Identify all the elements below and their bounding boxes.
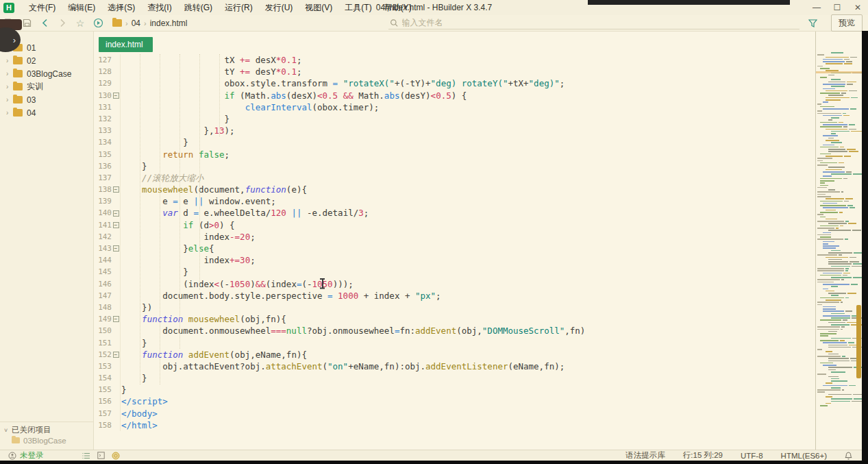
code-line-134[interactable]: 134 } xyxy=(94,136,815,148)
code-line-154[interactable]: 154 } xyxy=(94,372,815,384)
bookmark-star-icon[interactable]: ☆ xyxy=(71,16,89,31)
menu-item-7[interactable]: 视图(V) xyxy=(299,0,338,16)
fold-marker[interactable]: − xyxy=(112,243,121,254)
closed-projects-header[interactable]: ˅ 已关闭项目 xyxy=(4,425,93,435)
code-text: index-=20; xyxy=(121,231,256,243)
line-number: 129 xyxy=(94,77,112,89)
closed-project-item[interactable]: 03BlogCase xyxy=(4,435,93,445)
code-line-158[interactable]: 158</html> xyxy=(94,419,815,431)
line-number: 137 xyxy=(94,172,112,184)
fold-column xyxy=(112,290,121,302)
code-line-129[interactable]: 129 obox.style.transform = "rotateX("+(-… xyxy=(94,77,815,89)
file-search-box[interactable] xyxy=(388,17,799,29)
fold-column xyxy=(112,395,121,407)
code-line-144[interactable]: 144 index+=30; xyxy=(94,254,815,266)
code-line-139[interactable]: 139 e = e || window.event; xyxy=(94,195,815,207)
fold-column xyxy=(112,361,121,372)
cursor-position[interactable]: 行:15 列:29 xyxy=(683,450,723,461)
sidebar-folder-实训[interactable]: ›实训 xyxy=(0,80,93,93)
close-button[interactable]: ✕ xyxy=(847,0,868,15)
code-area[interactable]: 127 tX += desX*0.1;128 tY += desY*0.1;12… xyxy=(94,54,815,431)
code-text: } xyxy=(121,113,230,125)
back-button[interactable] xyxy=(36,16,53,31)
menu-item-6[interactable]: 发行(U) xyxy=(259,0,299,16)
breadcrumb-file[interactable]: index.html xyxy=(150,19,188,28)
syntax-hint-lib[interactable]: 语法提示库 xyxy=(625,450,665,461)
tab-index-html[interactable]: index.html xyxy=(99,37,153,52)
code-line-148[interactable]: 148 }) xyxy=(94,302,815,313)
sidebar-folder-03[interactable]: ›03 xyxy=(0,93,93,106)
desktop-artifact-bar xyxy=(588,0,790,5)
fold-marker[interactable]: − xyxy=(112,313,121,325)
code-line-151[interactable]: 151 } xyxy=(94,337,815,349)
menu-item-2[interactable]: 选择(S) xyxy=(101,0,141,16)
forward-button[interactable] xyxy=(53,16,71,31)
code-line-137[interactable]: 137 //滚轮放大缩小 xyxy=(94,172,815,184)
menu-item-4[interactable]: 跳转(G) xyxy=(178,0,219,16)
outline-list-icon[interactable] xyxy=(82,452,90,459)
fold-marker[interactable]: − xyxy=(112,90,121,101)
login-status[interactable]: 未登录 xyxy=(8,450,44,461)
line-number: 145 xyxy=(94,266,112,278)
sidebar-folder-04[interactable]: ›04 xyxy=(0,106,93,119)
code-line-147[interactable]: 147 document.body.style.perspective = 10… xyxy=(94,290,815,302)
menu-item-8[interactable]: 工具(T) xyxy=(338,0,377,16)
menu-item-0[interactable]: 文件(F) xyxy=(23,0,62,16)
line-number: 147 xyxy=(94,290,112,302)
search-input[interactable] xyxy=(402,18,799,27)
code-line-143[interactable]: 143− }else{ xyxy=(94,243,815,254)
vertical-scrollbar-thumb[interactable] xyxy=(856,305,861,378)
code-line-141[interactable]: 141− if (d>0) { xyxy=(94,219,815,231)
code-line-153[interactable]: 153 obj.attachEvent?obj.attachEvent("on"… xyxy=(94,361,815,372)
breadcrumb[interactable]: › 04 › index.html xyxy=(112,19,187,28)
code-text: } xyxy=(121,337,147,349)
code-line-156[interactable]: 156</script> xyxy=(94,395,815,407)
menu-item-5[interactable]: 运行(R) xyxy=(219,0,259,16)
sidebar-folder-03BlogCase[interactable]: ›03BlogCase xyxy=(0,67,93,80)
code-line-146[interactable]: 146 (index<(-1050)&&(index=(-1050))); xyxy=(94,278,815,290)
code-line-132[interactable]: 132 } xyxy=(94,113,815,125)
code-line-145[interactable]: 145 } xyxy=(94,266,815,278)
file-mode[interactable]: HTML(ES6+) xyxy=(781,452,827,460)
line-number: 143 xyxy=(94,243,112,254)
minimize-button[interactable]: — xyxy=(806,0,827,15)
code-line-133[interactable]: 133 },13); xyxy=(94,125,815,136)
code-line-136[interactable]: 136 } xyxy=(94,160,815,172)
run-button[interactable] xyxy=(89,16,107,31)
fold-marker[interactable]: − xyxy=(112,184,121,195)
theme-badge-icon[interactable] xyxy=(112,452,120,460)
encoding[interactable]: UTF-8 xyxy=(741,452,763,460)
menu-item-1[interactable]: 编辑(E) xyxy=(62,0,101,16)
code-line-127[interactable]: 127 tX += desX*0.1; xyxy=(94,54,815,66)
code-line-152[interactable]: 152− function addEvent(obj,eName,fn){ xyxy=(94,349,815,361)
code-line-149[interactable]: 149− function mousewheel(obj,fn){ xyxy=(94,313,815,325)
preview-button[interactable]: 预览 xyxy=(831,14,863,32)
fold-marker[interactable]: − xyxy=(112,349,121,361)
code-line-150[interactable]: 150 document.onmousewheel===null?obj.onm… xyxy=(94,325,815,337)
menu-item-3[interactable]: 查找(I) xyxy=(141,0,177,16)
filter-funnel-icon[interactable] xyxy=(804,16,821,31)
fold-marker[interactable]: − xyxy=(112,219,121,231)
code-line-135[interactable]: 135 return false; xyxy=(94,149,815,160)
code-line-128[interactable]: 128 tY += desY*0.1; xyxy=(94,66,815,77)
folder-label: 实训 xyxy=(27,81,43,93)
fold-marker[interactable]: − xyxy=(112,207,121,219)
code-line-155[interactable]: 155} xyxy=(94,384,815,395)
console-icon[interactable] xyxy=(97,452,105,459)
sidebar-folder-02[interactable]: ›02 xyxy=(0,54,93,67)
maximize-button[interactable]: ☐ xyxy=(827,0,847,15)
notification-bell-icon[interactable] xyxy=(845,452,852,460)
code-line-131[interactable]: 131 clearInterval(obox.timer); xyxy=(94,101,815,113)
code-line-142[interactable]: 142 index-=20; xyxy=(94,231,815,243)
code-line-157[interactable]: 157</body> xyxy=(94,408,815,419)
minimap-content xyxy=(816,32,862,406)
line-number: 140 xyxy=(94,207,112,219)
code-line-130[interactable]: 130− if (Math.abs(desX)<0.5 && Math.abs(… xyxy=(94,90,815,101)
code-line-140[interactable]: 140− var d = e.wheelDelta/120 || -e.deta… xyxy=(94,207,815,219)
chevron-down-icon: ˅ xyxy=(4,427,12,434)
breadcrumb-folder[interactable]: 04 xyxy=(132,19,140,28)
code-editor[interactable]: index.html 127 tX += desX*0.1;128 tY += … xyxy=(94,32,815,450)
code-line-138[interactable]: 138− mousewheel(document,function(e){ xyxy=(94,184,815,195)
screen-edge-right xyxy=(862,31,868,464)
minimap[interactable] xyxy=(816,32,862,450)
